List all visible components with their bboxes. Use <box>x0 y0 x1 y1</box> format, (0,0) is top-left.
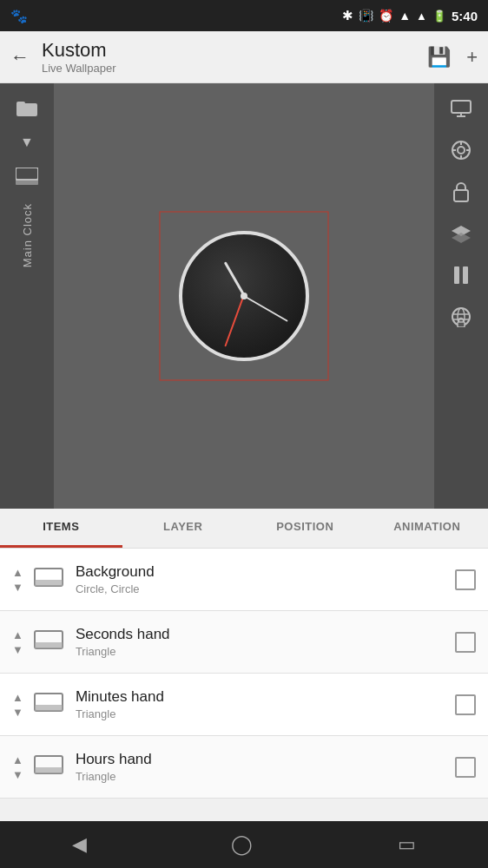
item-checkbox-background[interactable] <box>455 569 476 590</box>
sidebar-label: Main Clock <box>21 203 34 267</box>
svg-rect-1 <box>16 102 25 106</box>
arrow-up-icon[interactable]: ▲ <box>12 691 23 704</box>
minute-hand <box>244 295 288 322</box>
right-sidebar <box>434 83 488 509</box>
left-sidebar: ▼ Main Clock <box>0 83 54 509</box>
list-item[interactable]: ▲ ▼ Minutes hand Triangle <box>0 674 488 736</box>
item-name: Hours hand <box>76 751 455 768</box>
time-display: 5:40 <box>452 9 478 23</box>
item-icon-minutes <box>32 688 65 721</box>
item-name: Background <box>76 563 455 581</box>
item-icon-seconds <box>32 626 65 659</box>
arrow-up-icon[interactable]: ▲ <box>12 628 23 641</box>
toolbar-actions: 💾 + <box>427 46 478 69</box>
item-name: Minutes hand <box>76 688 455 706</box>
app-subtitle: Live Wallpaper <box>42 62 427 75</box>
layers-icon[interactable] <box>445 217 478 250</box>
svg-rect-17 <box>463 266 468 284</box>
item-text-hours: Hours hand Triangle <box>76 751 455 783</box>
tab-items[interactable]: ITEMS <box>0 509 122 548</box>
reorder-arrows-hours[interactable]: ▲ ▼ <box>12 753 23 781</box>
pause-icon[interactable] <box>445 259 478 292</box>
toolbar: ← Kustom Live Wallpaper 💾 + <box>0 31 488 83</box>
tab-layer[interactable]: LAYER <box>122 509 245 548</box>
arrow-down-icon[interactable]: ▼ <box>12 768 23 781</box>
item-sub: Triangle <box>76 645 455 658</box>
clock-center-dot <box>241 293 247 299</box>
folder-icon[interactable] <box>11 92 43 123</box>
hour-hand <box>223 261 245 296</box>
lock-icon[interactable] <box>445 175 478 208</box>
arrow-up-icon[interactable]: ▲ <box>12 566 23 579</box>
svg-rect-2 <box>16 168 38 180</box>
add-button[interactable]: + <box>466 46 478 69</box>
canvas-workspace[interactable] <box>54 83 434 509</box>
app-icon: 🐾 <box>10 8 28 24</box>
item-name: Seconds hand <box>76 626 455 643</box>
item-checkbox-hours[interactable] <box>455 757 476 778</box>
clock-widget <box>179 231 309 361</box>
monitor-icon[interactable] <box>445 92 478 125</box>
recents-nav-icon[interactable]: ▭ <box>398 833 416 856</box>
item-checkbox-seconds[interactable] <box>455 632 476 653</box>
svg-rect-13 <box>454 190 468 201</box>
nav-bar: ◀ ◯ ▭ <box>0 821 488 868</box>
alarm-icon: ⏰ <box>379 9 393 23</box>
signal-icon: ▲ <box>416 10 427 23</box>
item-sub: Triangle <box>76 707 455 720</box>
title-group: Kustom Live Wallpaper <box>42 39 427 75</box>
svg-rect-26 <box>35 642 63 648</box>
svg-point-8 <box>458 147 465 154</box>
app-title: Kustom <box>42 39 427 62</box>
back-nav-icon[interactable]: ◀ <box>72 833 87 856</box>
chevron-down-icon[interactable]: ▼ <box>11 127 43 158</box>
svg-rect-24 <box>35 580 63 586</box>
list-item[interactable]: ▲ ▼ Seconds hand Triangle <box>0 611 488 674</box>
items-list: ▲ ▼ Background Circle, Circle ▲ ▼ S <box>0 549 488 799</box>
save-button[interactable]: 💾 <box>427 46 451 69</box>
arrow-down-icon[interactable]: ▼ <box>12 706 23 719</box>
wifi-icon: ▲ <box>399 9 411 23</box>
vibrate-icon: 📳 <box>359 9 373 23</box>
item-text-seconds: Seconds hand Triangle <box>76 626 455 658</box>
second-hand <box>225 296 245 347</box>
bluetooth-icon: ✱ <box>342 8 353 23</box>
tray-icon[interactable] <box>11 161 43 193</box>
svg-rect-16 <box>454 266 459 284</box>
canvas-area: ▼ Main Clock <box>0 83 488 509</box>
item-text-minutes: Minutes hand Triangle <box>76 688 455 720</box>
item-icon-hours <box>32 751 65 784</box>
reorder-arrows-seconds[interactable]: ▲ ▼ <box>12 628 23 656</box>
item-sub: Circle, Circle <box>76 582 455 595</box>
home-nav-icon[interactable]: ◯ <box>231 833 253 856</box>
svg-rect-4 <box>452 101 471 113</box>
status-bar-left: 🐾 <box>10 8 28 24</box>
svg-rect-3 <box>16 180 38 185</box>
arrow-down-icon[interactable]: ▼ <box>12 581 23 594</box>
battery-icon: 🔋 <box>432 10 446 23</box>
svg-rect-30 <box>35 767 63 773</box>
item-icon-background <box>32 563 65 596</box>
svg-rect-28 <box>35 705 63 711</box>
tab-position[interactable]: POSITION <box>244 509 366 548</box>
back-button[interactable]: ← <box>10 46 30 69</box>
item-checkbox-minutes[interactable] <box>455 694 476 715</box>
globe-lock-icon[interactable] <box>445 300 478 333</box>
item-sub: Triangle <box>76 770 455 783</box>
list-item[interactable]: ▲ ▼ Background Circle, Circle <box>0 549 488 611</box>
list-item[interactable]: ▲ ▼ Hours hand Triangle <box>0 736 488 799</box>
svg-marker-15 <box>452 233 471 243</box>
tabs: ITEMS LAYER POSITION ANIMATION <box>0 509 488 549</box>
target-icon[interactable] <box>445 134 478 167</box>
reorder-arrows-background[interactable]: ▲ ▼ <box>12 566 23 594</box>
status-bar: 🐾 ✱ 📳 ⏰ ▲ ▲ 🔋 5:40 <box>0 0 488 31</box>
arrow-down-icon[interactable]: ▼ <box>12 643 23 656</box>
svg-rect-22 <box>458 322 465 327</box>
item-text-background: Background Circle, Circle <box>76 563 455 595</box>
reorder-arrows-minutes[interactable]: ▲ ▼ <box>12 691 23 719</box>
arrow-up-icon[interactable]: ▲ <box>12 753 23 766</box>
status-bar-right: ✱ 📳 ⏰ ▲ ▲ 🔋 5:40 <box>342 8 478 23</box>
tab-animation[interactable]: ANIMATION <box>366 509 489 548</box>
